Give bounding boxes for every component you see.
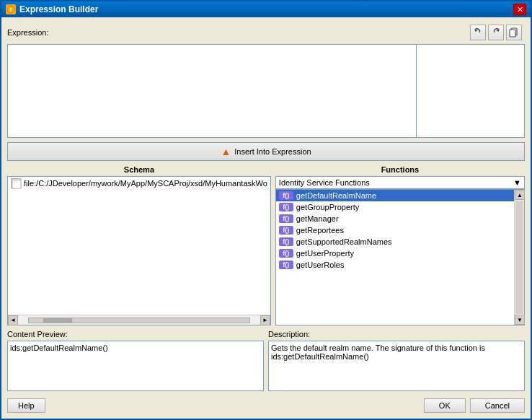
functions-header: Functions xyxy=(275,165,525,174)
content-preview-panel: Content Preview: ids:getDefaultRealmName… xyxy=(7,330,264,391)
content-preview-label: Content Preview: xyxy=(7,330,264,338)
toolbar-row xyxy=(467,23,525,42)
description-panel: Description: Gets the default realm name… xyxy=(268,330,525,391)
schema-hscroll: ◄ ► xyxy=(8,315,270,325)
undo-button[interactable] xyxy=(470,25,486,40)
bottom-section: Content Preview: ids:getDefaultRealmName… xyxy=(7,330,525,391)
svg-marker-2 xyxy=(475,29,478,32)
ok-button[interactable]: OK xyxy=(424,398,466,413)
help-button[interactable]: Help xyxy=(7,398,45,413)
schema-panel: Schema file:/C:/JDeveloper/mywork/MyApp/… xyxy=(7,165,271,325)
window-title: Expression Builder xyxy=(19,4,98,14)
description-box: Gets the default realm name. The signatu… xyxy=(268,341,525,391)
function-item-label: getSupportedRealmNames xyxy=(296,237,392,246)
schema-item-label: file:/C:/JDeveloper/mywork/MyApp/MySCAPr… xyxy=(24,179,267,188)
function-item[interactable]: f()getUserRoles xyxy=(276,259,514,271)
scroll-down-icon[interactable]: ▼ xyxy=(515,315,525,325)
expression-right-panel xyxy=(416,45,524,137)
svg-rect-5 xyxy=(510,30,515,37)
function-item-label: getManager xyxy=(296,214,339,223)
scroll-right-icon[interactable]: ► xyxy=(260,315,270,325)
schema-header: Schema xyxy=(7,165,271,174)
title-bar-left: f Expression Builder xyxy=(6,4,98,14)
expression-area xyxy=(7,44,525,138)
function-item[interactable]: f()getDefaultRealmName xyxy=(276,190,514,201)
function-item-label: getUserProperty xyxy=(296,249,354,258)
svg-marker-3 xyxy=(496,29,499,32)
expression-builder-window: f Expression Builder ✕ Expression: xyxy=(0,0,532,420)
hscroll-track[interactable] xyxy=(28,318,250,323)
content-preview-box: ids:getDefaultRealmName() xyxy=(7,341,264,391)
scroll-left-icon[interactable]: ◄ xyxy=(8,315,18,325)
expression-label: Expression: xyxy=(7,28,48,37)
functions-list-with-scroll: f()getDefaultRealmNamef()getGroupPropert… xyxy=(275,189,525,325)
svg-rect-7 xyxy=(13,180,20,182)
description-label: Description: xyxy=(268,330,525,338)
dropdown-arrow-icon: ▼ xyxy=(513,178,521,187)
function-item-label: getUserRoles xyxy=(296,261,345,269)
insert-into-expression-button[interactable]: ▲ Insert Into Expression xyxy=(7,142,525,161)
function-item[interactable]: f()getManager xyxy=(276,213,514,224)
func-badge-icon: f() xyxy=(279,203,293,211)
vscroll-thumb[interactable] xyxy=(515,201,523,314)
schema-functions-row: Schema file:/C:/JDeveloper/mywork/MyApp/… xyxy=(7,165,525,325)
close-button[interactable]: ✕ xyxy=(513,4,526,15)
func-badge-icon: f() xyxy=(279,214,293,223)
bottom-buttons: Help OK Cancel xyxy=(7,395,525,413)
main-content: Expression: xyxy=(1,17,531,419)
functions-vscroll: ▲ ▼ xyxy=(514,190,524,325)
functions-panel: Functions Identity Service Functions ▼ f… xyxy=(275,165,525,325)
cancel-button[interactable]: Cancel xyxy=(470,398,525,413)
expression-section: Expression: xyxy=(7,23,525,138)
func-badge-icon: f() xyxy=(279,191,293,200)
schema-file-icon xyxy=(11,178,21,188)
title-bar: f Expression Builder ✕ xyxy=(1,1,531,17)
func-badge-icon: f() xyxy=(279,226,293,235)
schema-list: file:/C:/JDeveloper/mywork/MyApp/MySCAPr… xyxy=(7,176,271,325)
func-badge-icon: f() xyxy=(279,261,293,269)
functions-dropdown[interactable]: Identity Service Functions ▼ xyxy=(275,176,525,189)
functions-list-inner: f()getDefaultRealmNamef()getGroupPropert… xyxy=(276,190,514,325)
schema-item[interactable]: file:/C:/JDeveloper/mywork/MyApp/MySCAPr… xyxy=(8,177,270,190)
func-badge-icon: f() xyxy=(279,249,293,258)
insert-button-label: Insert Into Expression xyxy=(234,147,311,156)
func-badge-icon: f() xyxy=(279,237,293,246)
functions-container: Identity Service Functions ▼ f()getDefau… xyxy=(275,176,525,325)
schema-list-inner: file:/C:/JDeveloper/mywork/MyApp/MySCAPr… xyxy=(8,177,270,315)
function-item-label: getReportees xyxy=(296,226,344,235)
copy-button[interactable] xyxy=(506,25,522,40)
function-item[interactable]: f()getUserProperty xyxy=(276,248,514,259)
function-item-label: getGroupProperty xyxy=(296,203,359,211)
redo-button[interactable] xyxy=(488,25,504,40)
functions-dropdown-label: Identity Service Functions xyxy=(279,178,370,187)
insert-arrow-icon: ▲ xyxy=(221,146,231,157)
function-item[interactable]: f()getGroupProperty xyxy=(276,201,514,213)
app-icon: f xyxy=(6,4,16,14)
function-item[interactable]: f()getSupportedRealmNames xyxy=(276,236,514,248)
expression-input[interactable] xyxy=(8,45,416,137)
scroll-up-icon[interactable]: ▲ xyxy=(515,190,525,200)
function-item[interactable]: f()getReportees xyxy=(276,224,514,236)
function-item-label: getDefaultRealmName xyxy=(296,191,376,200)
ok-cancel-buttons: OK Cancel xyxy=(424,398,525,413)
